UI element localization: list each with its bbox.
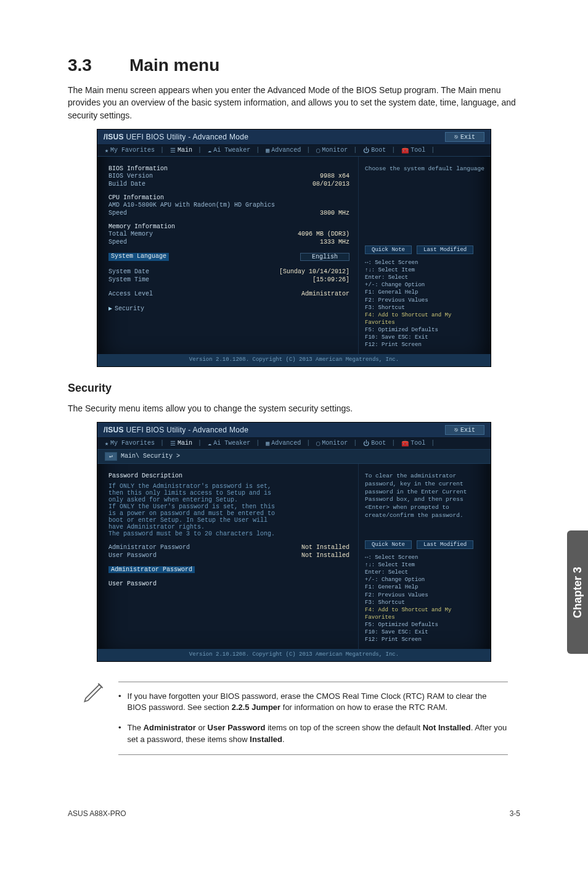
section-number: 3.3 — [68, 56, 129, 75]
bios-info-group: CPU Information AMD A10-5800K APU with R… — [108, 194, 349, 217]
quick-note-button[interactable]: Quick Note — [365, 540, 412, 549]
tab-monitor[interactable]: ▢Monitor| — [316, 440, 357, 447]
key-help: ↔: Select Screen ↑↓: Select Item Enter: … — [365, 554, 484, 644]
info-label: Speed — [108, 239, 127, 245]
item-label: Access Level — [108, 291, 153, 297]
submenu-arrow-icon: ▶ — [108, 305, 112, 312]
exit-button[interactable]: ⎋Exit — [445, 425, 484, 435]
system-language-row[interactable]: System Language English — [108, 252, 349, 262]
info-value: 1333 MHz — [320, 239, 349, 245]
help-text: Choose the system default language — [365, 165, 484, 245]
tab-ai-tweaker[interactable]: ☁Ai Tweaker| — [208, 147, 259, 154]
tab-advanced[interactable]: ▦Advanced| — [266, 147, 310, 154]
tool-icon: 🧰 — [401, 440, 409, 447]
note-item: The Administrator or User Password items… — [118, 722, 508, 746]
item-label: Administrator Password — [108, 544, 190, 551]
exit-icon: ⎋ — [454, 427, 458, 434]
bios-footer: Version 2.10.1208. Copyright (C) 2013 Am… — [97, 649, 491, 661]
info-value: 9988 x64 — [320, 173, 349, 179]
info-label: Build Date — [108, 181, 145, 188]
tab-monitor[interactable]: ▢Monitor| — [316, 147, 357, 154]
selected-item-label: Administrator Password — [108, 566, 195, 573]
user-password-status-row: User PasswordNot Installed — [108, 551, 349, 559]
system-date-row[interactable]: System Date[Sunday 10/14/2012] — [108, 268, 349, 276]
submenu-label: Security — [115, 305, 144, 312]
bios-info-group: Memory Information Total Memory4096 MB (… — [108, 223, 349, 246]
info-label: AMD A10-5800K APU with Radeon(tm) HD Gra… — [108, 202, 275, 208]
power-icon: ⏻ — [363, 147, 369, 154]
footer-left: ASUS A88X-PRO — [68, 809, 126, 818]
footer-right: 3-5 — [510, 809, 520, 818]
list-icon: ☰ — [170, 440, 176, 447]
tab-favorites[interactable]: ★My Favorites| — [105, 147, 164, 154]
tab-main[interactable]: ☰Main| — [170, 440, 202, 447]
admin-password-status-row: Administrator PasswordNot Installed — [108, 543, 349, 551]
page-footer: ASUS A88X-PRO 3-5 — [0, 785, 588, 836]
info-label: Speed — [108, 210, 127, 217]
bios-main-screenshot: /ISUS UEFI BIOS Utility - Advanced Mode … — [97, 129, 491, 367]
info-value: 3800 MHz — [320, 210, 349, 217]
security-submenu[interactable]: ▶Security — [108, 304, 349, 313]
tab-main[interactable]: ☰Main| — [170, 147, 202, 154]
selected-item-label: System Language — [108, 253, 169, 261]
password-description-title: Password Description — [108, 472, 349, 479]
quick-note-button[interactable]: Quick Note — [365, 245, 412, 254]
bios-brand: /ISUS UEFI BIOS Utility - Advanced Mode — [104, 133, 248, 141]
list-icon: ☰ — [170, 147, 176, 154]
breadcrumb-text: Main\ Security > — [121, 453, 180, 460]
group-title: CPU Information — [108, 194, 349, 201]
bios-titlebar: /ISUS UEFI BIOS Utility - Advanced Mode … — [97, 130, 491, 145]
user-password-item[interactable]: User Password — [108, 580, 349, 588]
bios-titlebar: /ISUS UEFI BIOS Utility - Advanced Mode … — [97, 423, 491, 438]
star-icon: ★ — [105, 440, 108, 447]
power-icon: ⏻ — [363, 440, 369, 447]
star-icon: ★ — [105, 147, 108, 154]
tab-ai-tweaker[interactable]: ☁Ai Tweaker| — [208, 440, 259, 447]
password-description-text: If ONLY the Administrator's password is … — [108, 483, 349, 537]
chapter-tab: Chapter 3 — [567, 530, 588, 654]
info-label: BIOS Version — [108, 173, 153, 179]
last-modified-button[interactable]: Last Modified — [417, 540, 473, 549]
intro-paragraph: The Main menu screen appears when you en… — [68, 84, 520, 122]
note-callout: If you have forgotten your BIOS password… — [80, 677, 508, 760]
item-label: User Password — [108, 580, 157, 587]
item-value: [Sunday 10/14/2012] — [279, 268, 349, 275]
back-icon[interactable]: ↩ — [105, 452, 117, 461]
item-label: System Date — [108, 268, 149, 275]
group-title: BIOS Information — [108, 165, 349, 172]
tab-favorites[interactable]: ★My Favorites| — [105, 440, 164, 447]
chip-icon: ▦ — [266, 147, 269, 154]
tab-advanced[interactable]: ▦Advanced| — [266, 440, 310, 447]
item-label: System Time — [108, 276, 149, 283]
item-value: Not Installed — [301, 544, 349, 551]
item-label: User Password — [108, 552, 157, 559]
cloud-icon: ☁ — [208, 147, 211, 154]
tab-tool[interactable]: 🧰Tool| — [401, 440, 435, 447]
tab-tool[interactable]: 🧰Tool| — [401, 147, 435, 154]
admin-password-item[interactable]: Administrator Password — [108, 566, 349, 574]
access-level-row: Access LevelAdministrator — [108, 290, 349, 298]
tool-icon: 🧰 — [401, 147, 409, 154]
bios-brand: /ISUS UEFI BIOS Utility - Advanced Mode — [104, 426, 248, 434]
system-time-row[interactable]: System Time[15:09:26] — [108, 276, 349, 284]
bios-tabbar: ★My Favorites| ☰Main| ☁Ai Tweaker| ▦Adva… — [97, 438, 491, 450]
item-value: [15:09:26] — [312, 276, 349, 283]
info-label: Total Memory — [108, 231, 153, 237]
key-help: ↔: Select Screen ↑↓: Select Item Enter: … — [365, 259, 484, 349]
exit-button[interactable]: ⎋Exit — [445, 132, 484, 142]
security-heading: Security — [68, 382, 520, 395]
monitor-icon: ▢ — [316, 440, 320, 447]
tab-boot[interactable]: ⏻Boot| — [363, 147, 395, 154]
last-modified-button[interactable]: Last Modified — [417, 245, 473, 254]
selected-item-value[interactable]: English — [300, 253, 349, 261]
cloud-icon: ☁ — [208, 440, 211, 447]
group-title: Memory Information — [108, 223, 349, 230]
note-pencil-icon — [80, 677, 107, 760]
section-title: Main menu — [129, 56, 219, 75]
item-value: Administrator — [301, 291, 349, 297]
bios-security-screenshot: /ISUS UEFI BIOS Utility - Advanced Mode … — [97, 422, 491, 662]
exit-icon: ⎋ — [454, 134, 458, 141]
tab-boot[interactable]: ⏻Boot| — [363, 440, 395, 447]
security-intro: The Security menu items allow you to cha… — [68, 402, 520, 415]
bios-info-group: BIOS Information BIOS Version9988 x64 Bu… — [108, 165, 349, 188]
